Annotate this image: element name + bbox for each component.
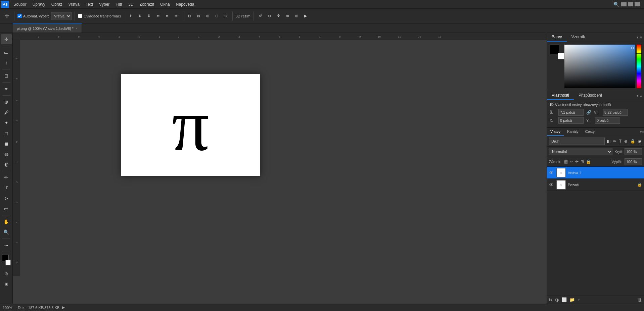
healing-tool[interactable]: ⊕ (1, 97, 12, 107)
move-tool[interactable]: ✛ (1, 34, 12, 44)
path-select-tool[interactable]: ⊳ (1, 193, 12, 203)
3d-orbit-btn[interactable]: ⊙ (266, 13, 273, 19)
tab-cesty[interactable]: Cesty (582, 128, 598, 136)
tab-prizpusobeni[interactable]: Přizpůsobení (574, 91, 607, 100)
layer-vis-1[interactable]: 👁 (549, 182, 554, 188)
delete-layer-btn[interactable]: 🗑 (638, 297, 642, 302)
panel-menu-btn[interactable]: ≡ (640, 35, 642, 39)
3d-scale-btn[interactable]: ⊞ (293, 13, 300, 19)
3d-video-btn[interactable]: ▶ (302, 13, 309, 19)
fill-input[interactable] (625, 158, 642, 165)
add-adjustment-btn[interactable]: ◑ (555, 297, 559, 302)
add-folder-btn[interactable]: 📁 (569, 297, 575, 302)
menu-obraz[interactable]: Obraz (49, 1, 65, 7)
layers-filter-2-btn[interactable]: ✏ (612, 138, 617, 144)
automat-checkbox[interactable] (17, 14, 22, 18)
bg-color-preview[interactable] (558, 53, 564, 59)
automat-checkbox-label[interactable]: Automat. výběr: (17, 14, 49, 18)
layer-select[interactable]: Vrstva (51, 12, 72, 20)
add-layer-btn[interactable]: + (578, 297, 580, 302)
more-tools-btn[interactable]: ••• (1, 240, 12, 250)
layers-search-input[interactable] (549, 138, 605, 145)
zoom-tool[interactable]: 🔍 (1, 227, 12, 237)
tab-barvy[interactable]: Barvy (547, 33, 567, 42)
props-menu-btn[interactable]: ≡ (640, 94, 642, 98)
align-left-btn[interactable]: ⬅ (154, 13, 162, 19)
layers-filter-5-btn[interactable]: 🔒 (630, 138, 636, 144)
layers-filter-3-btn[interactable]: T (618, 138, 622, 144)
align-bottom-btn[interactable]: ⬇ (145, 13, 152, 19)
panel-collapse-btn[interactable]: ▾ (637, 35, 639, 40)
menu-upravy[interactable]: Úpravy (30, 1, 48, 7)
align-right-btn[interactable]: ➡ (173, 13, 180, 19)
prop-x-input[interactable] (558, 117, 584, 124)
gradient-tool[interactable]: ◼ (1, 139, 12, 149)
distribute-2-btn[interactable]: ⊠ (195, 13, 202, 19)
layers-menu-btn[interactable]: ≡ (642, 130, 644, 134)
fx-btn[interactable]: fx (549, 297, 552, 302)
menu-text[interactable]: Text (83, 1, 96, 7)
menu-okna[interactable]: Okna (157, 1, 173, 7)
align-vcenter-btn[interactable]: ⬍ (136, 13, 143, 19)
3d-slide-btn[interactable]: ⊕ (284, 13, 291, 19)
bg-color-swatch[interactable] (5, 260, 11, 265)
screen-mode-btn[interactable]: ▣ (1, 279, 12, 289)
align-top-btn[interactable]: ⬆ (127, 13, 134, 19)
props-collapse-btn[interactable]: ▾ (637, 94, 639, 98)
layers-filter-toggle[interactable]: ◉ (637, 138, 642, 144)
prop-v-input[interactable] (603, 109, 628, 116)
hand-tool[interactable]: ✋ (1, 217, 12, 227)
3d-rotate-btn[interactable]: ↺ (257, 13, 264, 19)
transform-checkbox[interactable] (78, 14, 82, 18)
menu-zobrazit[interactable]: Zobrazit (137, 1, 157, 7)
align-hcenter-btn[interactable]: ⬌ (164, 13, 171, 19)
tab-vlastnosti[interactable]: Vlastnosti (547, 91, 574, 100)
lock-all-btn[interactable]: 🔒 (586, 159, 591, 164)
select-rect-tool[interactable]: ▭ (1, 47, 12, 57)
lock-paint-btn[interactable]: ✏ (570, 159, 573, 164)
search-icon[interactable]: 🔍 (611, 2, 621, 7)
layer-vis-0[interactable]: 👁 (549, 170, 554, 175)
quick-mask-btn[interactable]: ◎ (1, 268, 12, 278)
prop-y-input[interactable] (595, 117, 620, 124)
dodge-tool[interactable]: ◐ (1, 159, 12, 169)
eraser-tool[interactable]: ◻ (1, 128, 12, 138)
select-lasso-tool[interactable]: ⌇ (1, 58, 12, 68)
blur-tool[interactable]: ◍ (1, 149, 12, 159)
tab-close-btn[interactable]: × (76, 27, 78, 30)
transform-checkbox-label[interactable]: Ovladače transformací (78, 14, 121, 18)
move-tool-options[interactable]: ✛ (3, 12, 11, 20)
shape-tool[interactable]: ▭ (1, 204, 12, 214)
blend-mode-select[interactable]: Normální (549, 148, 612, 155)
text-tool[interactable]: T (1, 183, 12, 193)
eyedropper-tool[interactable]: ✒ (1, 84, 12, 94)
brush-tool[interactable]: 🖌 (1, 107, 12, 117)
distribute-5-btn[interactable]: ⊕ (222, 13, 229, 19)
document-tab[interactable]: pi.png @ 100% (Vrstva 1,šedá/8) * × (13, 23, 82, 33)
menu-vrstva[interactable]: Vrstva (65, 1, 82, 7)
tab-vrstvy[interactable]: Vrstvy (547, 128, 564, 136)
menu-napoveda[interactable]: Nápověda (173, 1, 197, 7)
lock-position-btn[interactable]: ✛ (575, 159, 579, 164)
menu-3d[interactable]: 3D (126, 1, 136, 7)
layers-filter-4-btn[interactable]: ⊕ (624, 138, 628, 144)
color-gradient[interactable] (564, 45, 635, 88)
layer-item-1[interactable]: 👁 π Pozadí 🔒 (547, 179, 644, 191)
lock-artboard-btn[interactable]: ⊞ (581, 159, 584, 164)
stamp-tool[interactable]: ✦ (1, 118, 12, 128)
layer-item-0[interactable]: 👁 π Vrstva 1 (547, 167, 644, 179)
tab-vzornik[interactable]: Vzorník (567, 33, 590, 42)
link-icon[interactable]: 🔗 (586, 110, 591, 115)
distribute-4-btn[interactable]: ⊟ (213, 13, 220, 19)
window-restore-btn[interactable] (628, 2, 633, 6)
menu-vyber[interactable]: Výběr (96, 1, 112, 7)
crop-tool[interactable]: ⊡ (1, 71, 12, 81)
color-spectrum-strip[interactable] (637, 45, 641, 88)
tab-kanaly[interactable]: Kanály (564, 128, 582, 136)
pen-tool[interactable]: ✏ (1, 172, 12, 183)
lock-transparency-btn[interactable]: ▦ (564, 159, 568, 164)
opacity-input[interactable] (625, 148, 642, 155)
menu-soubor[interactable]: Soubor (11, 1, 29, 7)
menu-filtr[interactable]: Filtr (113, 1, 125, 7)
prop-s-input[interactable] (558, 109, 584, 116)
